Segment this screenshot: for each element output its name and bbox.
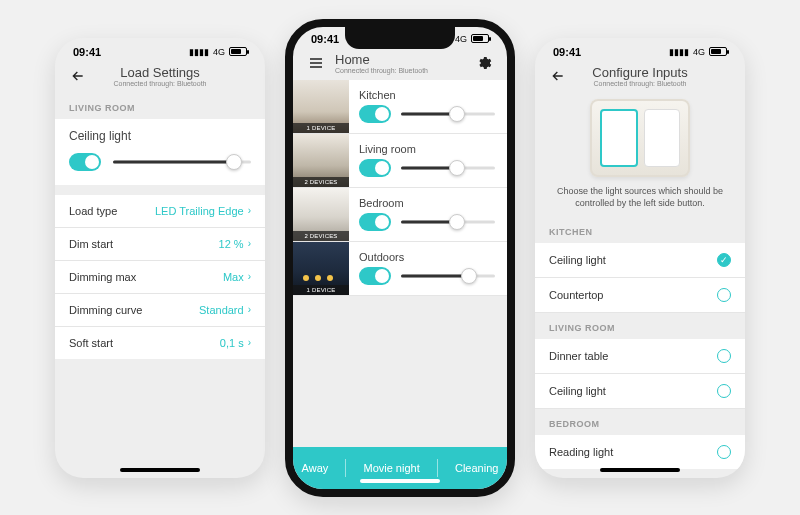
radio-unchecked[interactable] (717, 445, 731, 459)
input-source-row[interactable]: Countertop (535, 278, 745, 313)
room-slider[interactable] (401, 107, 495, 121)
section-heading: KITCHEN (535, 217, 745, 243)
setting-value: Standard (199, 304, 244, 316)
input-source-label: Ceiling light (549, 385, 606, 397)
chevron-right-icon: › (248, 337, 251, 348)
input-source-row[interactable]: Ceiling light (535, 243, 745, 278)
scene-cleaning[interactable]: Cleaning (455, 462, 498, 474)
room-toggle[interactable] (359, 159, 391, 177)
settings-list: Load typeLED Trailing Edge›Dim start12 %… (55, 195, 265, 359)
chevron-right-icon: › (248, 205, 251, 216)
radio-unchecked[interactable] (717, 288, 731, 302)
room-thumbnail: 1 DEVICE (293, 80, 349, 133)
page-subtitle: Connected through: Bluetooth (335, 67, 465, 74)
instruction-text: Choose the light sources which should be… (535, 185, 745, 217)
room-slider[interactable] (401, 215, 495, 229)
setting-label: Load type (69, 205, 117, 217)
phone-load-settings: 09:41 ▮▮▮▮ 4G Load Settings Connected th… (55, 38, 265, 478)
setting-value: Max (223, 271, 244, 283)
settings-button[interactable] (475, 54, 493, 72)
setting-row[interactable]: Dimming maxMax› (55, 261, 265, 294)
arrow-left-icon (550, 68, 566, 84)
scene-away[interactable]: Away (302, 462, 329, 474)
wall-switch-illustration (590, 99, 690, 177)
setting-label: Soft start (69, 337, 113, 349)
back-button[interactable] (69, 67, 87, 85)
setting-row[interactable]: Dim start12 %› (55, 228, 265, 261)
chevron-right-icon: › (248, 304, 251, 315)
battery-icon (471, 34, 489, 43)
room-row[interactable]: 1 DEVICEOutdoors (293, 242, 507, 296)
header: Home Connected through: Bluetooth (293, 49, 507, 80)
room-toggle[interactable] (359, 213, 391, 231)
page-subtitle: Connected through: Bluetooth (577, 80, 703, 87)
check-icon[interactable] (717, 253, 731, 267)
section-heading: LIVING ROOM (535, 313, 745, 339)
device-count-badge: 1 DEVICE (293, 123, 349, 133)
radio-unchecked[interactable] (717, 349, 731, 363)
hamburger-icon (308, 55, 324, 71)
phone-configure-inputs: 09:41 ▮▮▮▮ 4G Configure Inputs Connected… (535, 38, 745, 478)
rocker-right[interactable] (644, 109, 680, 167)
status-bar: 09:41 ▮▮▮▮ 4G (55, 38, 265, 62)
section-heading: BEDROOM (535, 409, 745, 435)
room-thumbnail: 2 DEVICES (293, 134, 349, 187)
device-count-badge: 1 DEVICE (293, 285, 349, 295)
input-source-label: Dinner table (549, 350, 608, 362)
room-slider[interactable] (401, 161, 495, 175)
back-button[interactable] (549, 67, 567, 85)
network-label: 4G (455, 34, 467, 44)
input-source-row[interactable]: Reading light (535, 435, 745, 469)
room-row[interactable]: 2 DEVICESLiving room (293, 134, 507, 188)
rocker-left[interactable] (600, 109, 638, 167)
device-card: Ceiling light (55, 119, 265, 185)
page-title: Configure Inputs (577, 66, 703, 80)
room-row[interactable]: 2 DEVICESBedroom (293, 188, 507, 242)
page-title: Home (335, 53, 465, 67)
page-title: Load Settings (97, 66, 223, 80)
room-row[interactable]: 1 DEVICEKitchen (293, 80, 507, 134)
input-source-label: Countertop (549, 289, 603, 301)
chevron-right-icon: › (248, 271, 251, 282)
status-time: 09:41 (311, 33, 339, 45)
network-label: 4G (693, 47, 705, 57)
header: Load Settings Connected through: Bluetoo… (55, 62, 265, 93)
setting-row[interactable]: Soft start0,1 s› (55, 327, 265, 359)
battery-icon (709, 47, 727, 56)
room-name: Living room (359, 143, 495, 155)
device-count-badge: 2 DEVICES (293, 231, 349, 241)
setting-row[interactable]: Load typeLED Trailing Edge› (55, 195, 265, 228)
room-thumbnail: 2 DEVICES (293, 188, 349, 241)
setting-value: 0,1 s (220, 337, 244, 349)
scene-movie-night[interactable]: Movie night (363, 462, 419, 474)
input-source-row[interactable]: Dinner table (535, 339, 745, 374)
room-name: Kitchen (359, 89, 495, 101)
radio-unchecked[interactable] (717, 384, 731, 398)
slider-fill (113, 160, 234, 163)
room-slider[interactable] (401, 269, 495, 283)
phone-home: 09:41 ▮▮▮▮ 4G Home Connected through: Bl… (285, 19, 515, 497)
input-source-row[interactable]: Ceiling light (535, 374, 745, 409)
status-time: 09:41 (73, 46, 101, 58)
room-toggle[interactable] (359, 267, 391, 285)
menu-button[interactable] (307, 54, 325, 72)
setting-label: Dimming max (69, 271, 136, 283)
notch (345, 27, 455, 49)
setting-value: 12 % (219, 238, 244, 250)
room-name: Outdoors (359, 251, 495, 263)
room-thumbnail: 1 DEVICE (293, 242, 349, 295)
gear-icon (476, 55, 492, 71)
status-bar: 09:41 ▮▮▮▮ 4G (535, 38, 745, 62)
device-slider[interactable] (113, 155, 251, 169)
room-toggle[interactable] (359, 105, 391, 123)
setting-row[interactable]: Dimming curveStandard› (55, 294, 265, 327)
room-name: Bedroom (359, 197, 495, 209)
home-indicator (120, 468, 200, 472)
divider (437, 459, 438, 477)
section-living-room: LIVING ROOM (55, 93, 265, 119)
device-toggle[interactable] (69, 153, 101, 171)
arrow-left-icon (70, 68, 86, 84)
inputs-list: KITCHENCeiling lightCountertopLIVING ROO… (535, 217, 745, 469)
home-indicator (600, 468, 680, 472)
status-right: ▮▮▮▮ 4G (189, 47, 247, 57)
